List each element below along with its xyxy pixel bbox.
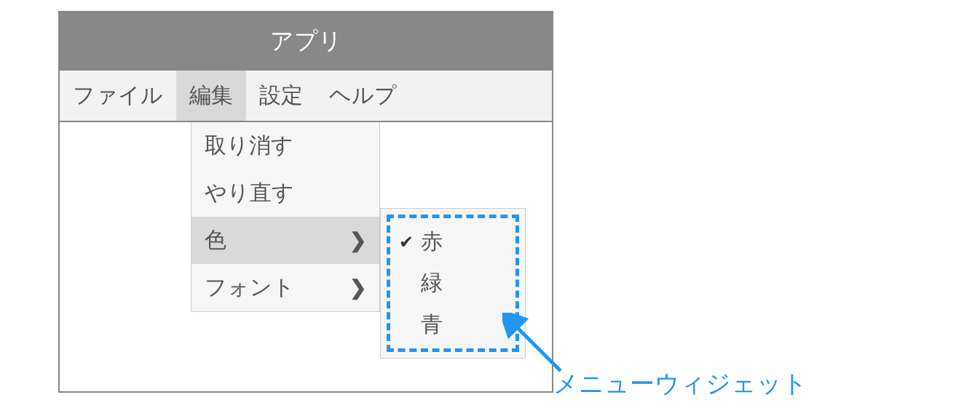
submenu-red[interactable]: ✔ 赤 (396, 221, 510, 263)
menu-file-label: ファイル (73, 83, 163, 107)
submenu-blue[interactable]: 青 (396, 304, 510, 345)
app-window: アプリ ファイル 編集 設定 ヘルプ 取り消す やり直す 色 ❯ (58, 11, 553, 393)
submenu-highlight-border: ✔ 赤 緑 青 (387, 215, 519, 352)
menu-bar: ファイル 編集 設定 ヘルプ (60, 71, 552, 122)
dropdown-color-label: 色 (205, 225, 226, 255)
dropdown-font[interactable]: フォント ❯ (191, 264, 379, 311)
dropdown-undo[interactable]: 取り消す (191, 122, 379, 169)
dropdown-color[interactable]: 色 ❯ (191, 217, 379, 264)
submenu-blue-label: 青 (421, 310, 443, 340)
svg-line-1 (513, 324, 561, 371)
menu-settings[interactable]: 設定 (246, 71, 316, 121)
menu-help-label: ヘルプ (329, 83, 397, 107)
menu-edit-label: 編集 (189, 83, 233, 107)
edit-dropdown: 取り消す やり直す 色 ❯ フォント ❯ (191, 122, 380, 312)
submenu-red-label: 赤 (421, 227, 443, 257)
callout-label: メニューウィジェット (553, 367, 807, 401)
dropdown-redo[interactable]: やり直す (191, 169, 379, 217)
callout-text: メニューウィジェット (553, 369, 807, 397)
window-title: アプリ (270, 28, 342, 54)
chevron-right-icon: ❯ (349, 276, 366, 300)
menu-file[interactable]: ファイル (60, 71, 176, 121)
submenu-green-label: 緑 (421, 268, 443, 298)
check-icon: ✔ (399, 232, 421, 252)
menu-edit[interactable]: 編集 (176, 71, 246, 121)
menu-settings-label: 設定 (259, 83, 303, 107)
dropdown-undo-label: 取り消す (205, 131, 293, 161)
submenu-green[interactable]: 緑 (396, 263, 510, 304)
content-area: 取り消す やり直す 色 ❯ フォント ❯ ✔ 赤 緑 (60, 122, 552, 391)
chevron-right-icon: ❯ (349, 228, 366, 252)
dropdown-font-label: フォント (205, 273, 295, 303)
dropdown-redo-label: やり直す (205, 178, 294, 208)
title-bar: アプリ (60, 12, 552, 71)
menu-help[interactable]: ヘルプ (316, 71, 410, 121)
